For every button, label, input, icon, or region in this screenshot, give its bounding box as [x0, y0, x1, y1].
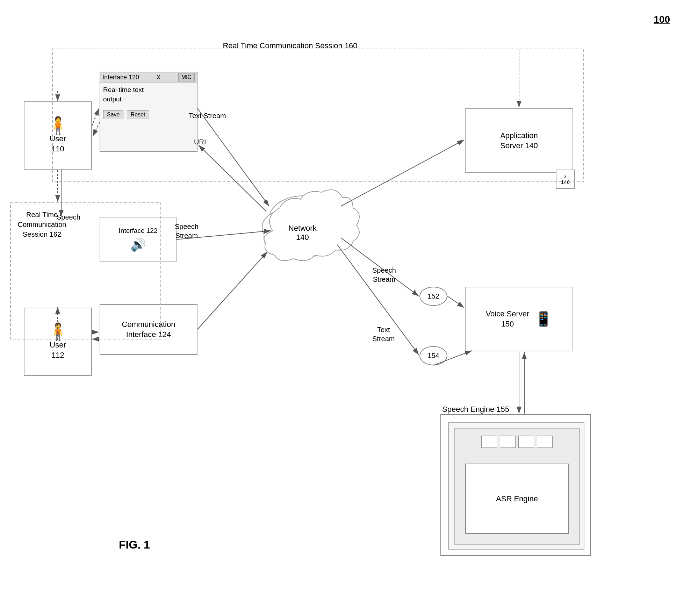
speech-engine-outer: ASR Engine [440, 414, 591, 556]
user110-figure: 🧍 User110 [48, 117, 69, 154]
app-server-label: ApplicationServer 140 [500, 131, 538, 151]
fig-caption: FIG. 1 [119, 538, 150, 551]
asr-engine-label: ASR Engine [496, 494, 538, 503]
user110-label: User110 [50, 134, 66, 154]
rts160-label: Real Time Communication Session 160 [150, 41, 430, 50]
figure-number: 100 [654, 14, 670, 25]
svg-line-15 [197, 108, 269, 206]
close-icon[interactable]: X [157, 74, 161, 81]
reset-button[interactable]: Reset [127, 110, 149, 119]
svg-line-19 [341, 140, 464, 206]
voice-server-content: Voice Server150 📱 [486, 309, 553, 329]
window-body-120: Real time textoutput Save Reset [100, 83, 197, 122]
doc3 [518, 436, 534, 448]
speech-stream-right-label: SpeechStream [372, 266, 396, 284]
svg-line-14 [93, 122, 100, 136]
svg-line-16 [199, 145, 266, 212]
box146: x 146 [556, 170, 575, 189]
voice-server-label: Voice Server150 [486, 309, 530, 329]
speech-engine-inner1: ASR Engine [448, 422, 584, 550]
text-stream-label: Text Stream [189, 112, 226, 120]
speech-engine-inner2: ASR Engine [454, 428, 580, 545]
user112-icon: 🧍 [48, 323, 69, 340]
interface122-box: Interface 122 🔊 [100, 217, 177, 262]
voice-server-box: Voice Server150 📱 [465, 287, 573, 351]
network140-label: Network140 [288, 224, 317, 242]
interface120-window: Interface 120 X MIC Real time textoutput… [100, 72, 197, 152]
mic-button[interactable]: MIC [178, 73, 195, 81]
phone-icon: 📱 [535, 311, 552, 327]
svg-line-29 [197, 252, 267, 329]
window-buttons: Save Reset [103, 110, 194, 119]
user110-icon: 🧍 [48, 117, 69, 134]
real-time-text-output: Real time textoutput [103, 85, 194, 104]
box146-label: 146 [561, 179, 570, 185]
doc1 [481, 436, 497, 448]
doc2 [500, 436, 516, 448]
oval152-label: 152 [427, 292, 439, 300]
speech-stream-left-label: SpeechStream [175, 222, 199, 240]
user112-box: 🧍 User112 [24, 308, 92, 376]
box146-x: x [564, 174, 567, 179]
oval154: 154 [419, 346, 447, 365]
oval152: 152 [419, 287, 447, 306]
asr-engine-box: ASR Engine [465, 464, 569, 534]
interface122-label: Interface 122 [119, 227, 158, 235]
user110-box: 🧍 User110 [24, 101, 92, 170]
speech-engine-label: Speech Engine 155 [442, 405, 509, 414]
svg-line-12 [92, 108, 99, 126]
comm-interface124-label: CommunicationInterface 124 [122, 320, 175, 339]
doc4 [537, 436, 553, 448]
svg-line-22 [447, 296, 464, 308]
oval154-label: 154 [427, 352, 439, 360]
speaker-icon: 🔊 [130, 237, 146, 252]
app-server-box: ApplicationServer 140 [465, 108, 573, 173]
diagram: 100 Real Time Communication Session 160 … [0, 0, 698, 616]
uri-label: URI [194, 138, 206, 146]
user112-figure: 🧍 User112 [48, 323, 69, 360]
user112-label: User112 [50, 340, 66, 360]
speech-label: Speech [57, 213, 80, 221]
text-stream-right-label: TextStream [372, 325, 395, 343]
window-title-120: Interface 120 [102, 74, 139, 81]
save-button[interactable]: Save [103, 110, 123, 119]
comm-interface124-box: CommunicationInterface 124 [100, 304, 197, 355]
stacked-docs [455, 436, 579, 448]
window-titlebar-120: Interface 120 X MIC [100, 72, 197, 83]
